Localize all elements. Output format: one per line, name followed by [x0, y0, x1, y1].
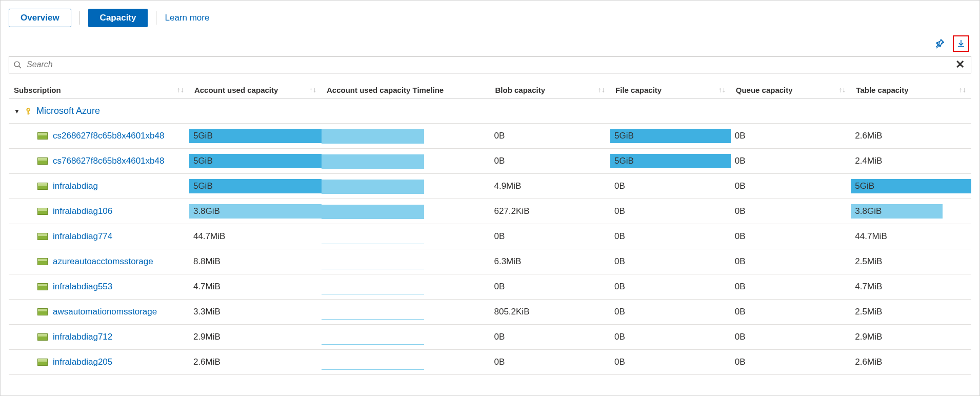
account-link[interactable]: infralabdiag205: [53, 357, 112, 367]
account-link[interactable]: infralabdiag106: [53, 206, 112, 216]
capacity-table: Subscription↑↓ Account used capacity↑↓ A…: [9, 82, 971, 375]
col-table[interactable]: Table capacity↑↓: [851, 82, 971, 99]
storage-icon: [37, 132, 48, 140]
tab-toolbar: Overview Capacity Learn more: [9, 9, 971, 27]
svg-rect-8: [29, 113, 30, 114]
account-link[interactable]: awsautomationomsstorage: [53, 307, 157, 317]
account-link[interactable]: azureautoacctomsstorage: [53, 256, 153, 267]
sort-icon: ↑↓: [718, 86, 726, 94]
svg-point-3: [14, 62, 19, 67]
storage-icon: [37, 333, 48, 341]
sort-icon: ↑↓: [838, 86, 846, 94]
table-row: infralabdiag5GiB4.9MiB0B0B5GiB: [9, 174, 971, 199]
search-icon: [13, 61, 22, 69]
table-row: cs768627f8c65b8x4601xb485GiB0B5GiB0B2.4M…: [9, 149, 971, 174]
sort-icon: ↑↓: [309, 86, 316, 94]
svg-point-6: [28, 109, 29, 110]
pin-button[interactable]: [931, 35, 948, 52]
svg-line-4: [19, 66, 21, 68]
table-row: infralabdiag2052.6MiB0B0B0B2.6MiB: [9, 350, 971, 375]
account-link[interactable]: cs768627f8c65b8x4601xb48: [53, 156, 164, 166]
download-button[interactable]: [953, 35, 969, 52]
storage-icon: [37, 258, 48, 265]
pin-icon: [934, 38, 945, 49]
separator: [79, 11, 80, 25]
storage-icon: [37, 283, 48, 290]
storage-icon: [37, 359, 48, 366]
account-link[interactable]: cs268627f8c65b8x4601xb48: [53, 131, 164, 141]
table-row: azureautoacctomsstorage8.8MiB6.3MiB0B0B2…: [9, 249, 971, 274]
storage-icon: [37, 157, 48, 165]
table-header-row: Subscription↑↓ Account used capacity↑↓ A…: [9, 82, 971, 99]
table-row: awsautomationomsstorage3.3MiB805.2KiB0B0…: [9, 300, 971, 325]
group-row[interactable]: ▼ Microsoft Azure: [9, 99, 971, 124]
storage-icon: [37, 183, 48, 190]
table-row: infralabdiag5534.7MiB0B0B0B4.7MiB: [9, 274, 971, 300]
account-link[interactable]: infralabdiag553: [53, 282, 112, 292]
tab-capacity[interactable]: Capacity: [88, 9, 148, 27]
sort-icon: ↑↓: [959, 86, 966, 94]
account-link[interactable]: infralabdiag712: [53, 332, 112, 342]
search-input[interactable]: [26, 60, 953, 70]
storage-icon: [37, 208, 48, 215]
col-timeline[interactable]: Account used capacity Timeline: [322, 82, 490, 99]
account-link[interactable]: infralabdiag: [53, 181, 98, 191]
col-blob[interactable]: Blob capacity↑↓: [490, 82, 610, 99]
separator: [156, 11, 156, 25]
table-row: infralabdiag1063.8GiB627.2KiB0B0B3.8GiB: [9, 199, 971, 224]
col-queue[interactable]: Queue capacity↑↓: [731, 82, 851, 99]
subscription-link[interactable]: Microsoft Azure: [36, 106, 100, 116]
top-actions: [9, 35, 971, 52]
learn-more-link[interactable]: Learn more: [165, 13, 209, 23]
col-subscription[interactable]: Subscription↑↓: [9, 82, 189, 99]
table-row: cs268627f8c65b8x4601xb485GiB0B5GiB0B2.6M…: [9, 124, 971, 149]
table-row: infralabdiag77444.7MiB0B0B0B44.7MiB: [9, 224, 971, 249]
tab-overview[interactable]: Overview: [9, 9, 71, 27]
key-icon: [24, 107, 32, 115]
table-row: infralabdiag7122.9MiB0B0B0B2.9MiB: [9, 325, 971, 350]
account-link[interactable]: infralabdiag774: [53, 231, 112, 242]
search-box[interactable]: ✕: [9, 56, 971, 73]
storage-icon: [37, 308, 48, 315]
download-icon: [956, 39, 966, 48]
col-account-used[interactable]: Account used capacity↑↓: [189, 82, 322, 99]
col-file[interactable]: File capacity↑↓: [610, 82, 731, 99]
storage-icon: [37, 233, 48, 240]
sort-icon: ↑↓: [177, 86, 184, 94]
sort-icon: ↑↓: [598, 86, 605, 94]
expand-icon[interactable]: ▼: [14, 108, 20, 115]
svg-rect-7: [28, 111, 29, 114]
clear-search-icon[interactable]: ✕: [953, 58, 967, 71]
